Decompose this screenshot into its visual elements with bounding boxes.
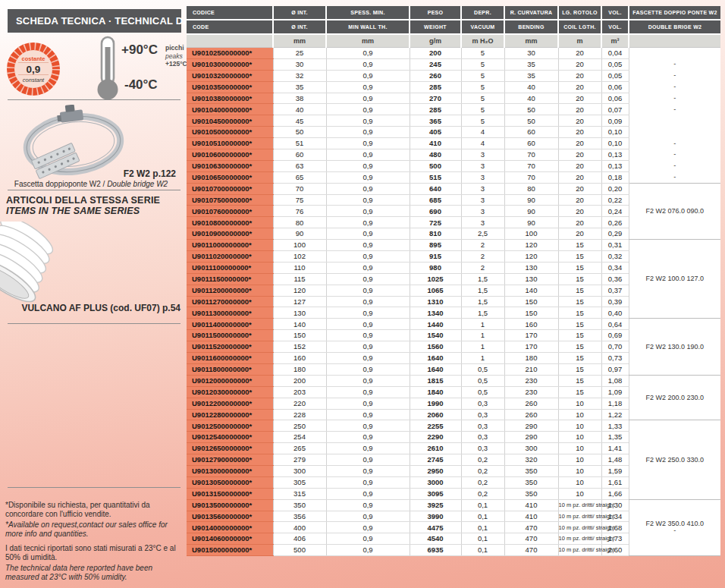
cell-vacuum: 3	[461, 149, 504, 161]
cell-bending: 180	[504, 353, 558, 364]
cell-fascette: -	[629, 58, 720, 70]
cell-code: U9010300000000*	[187, 58, 273, 70]
cell-bending: 150	[504, 307, 558, 319]
cell-bending: 40	[504, 93, 558, 104]
cell-diameter: 40	[273, 104, 326, 115]
cell-weight: 690	[410, 206, 461, 217]
cell-bending: 70	[504, 149, 558, 161]
cell-code: U9010510000000*	[187, 138, 273, 149]
cell-bending: 90	[504, 217, 558, 228]
cell-volume: 0,07	[601, 104, 629, 115]
cell-volume: 0,10	[601, 127, 629, 138]
cell-weight: 4540	[410, 533, 461, 545]
cell-bending: 90	[504, 206, 558, 217]
cell-vacuum: 0,3	[461, 398, 504, 409]
cell-bending: 40	[504, 81, 558, 93]
cell-code: U9012200000000*	[187, 398, 273, 409]
cell-bending: 70	[504, 160, 558, 171]
cell-volume: 0,18	[601, 171, 629, 183]
cell-coil-length: 15	[558, 330, 601, 341]
temp-peaks: picchi peaks +125°C	[165, 44, 187, 68]
cell-fascette-group: F2 W2 350.0 410.0-	[629, 499, 720, 555]
cell-weight: 1815	[410, 375, 461, 386]
cell-weight: 915	[410, 251, 461, 263]
cell-weight: 3000	[410, 476, 461, 488]
cell-weight: 1025	[410, 273, 461, 285]
cell-coil-length: 15	[558, 307, 601, 319]
col-min-wall-unit: mm	[326, 34, 410, 48]
cell-diameter: 265	[273, 443, 326, 454]
cell-code: U9013560000000*	[187, 511, 273, 522]
cell-diameter: 279	[273, 454, 326, 466]
cell-min-wall: 0,9	[326, 454, 410, 466]
col-weight-it: PESO	[410, 6, 461, 20]
cell-weight: 4475	[410, 522, 461, 533]
cell-diameter: 140	[273, 319, 326, 330]
clamp-image	[17, 105, 130, 181]
cell-bending: 290	[504, 432, 558, 443]
cell-weight: 365	[410, 115, 461, 127]
cell-coil-length: 15	[558, 386, 601, 398]
cell-diameter: 120	[273, 285, 326, 296]
cell-diameter: 250	[273, 420, 326, 432]
cell-min-wall: 0,9	[326, 58, 410, 70]
cell-weight: 3095	[410, 488, 461, 499]
cell-weight: 285	[410, 81, 461, 93]
cell-volume: 1,41	[601, 443, 629, 454]
cell-bending: 50	[504, 104, 558, 115]
col-weight-en: WEIGHT	[410, 20, 461, 34]
cell-volume: 1,35	[601, 432, 629, 443]
cell-vacuum: 5	[461, 81, 504, 93]
cell-volume: 0,36	[601, 273, 629, 285]
clamp-caption: Fascetta doppioponte W2 / Double bridge …	[0, 180, 182, 188]
cell-coil-length: 10	[558, 476, 601, 488]
cell-fascette-group: F2 W2 076.0 090.0	[629, 183, 720, 239]
cell-code: U9011400000000*	[187, 319, 273, 330]
cell-diameter: 30	[273, 58, 326, 70]
col-bending-it: R. CURVATURA	[504, 6, 558, 20]
cell-diameter: 500	[273, 545, 326, 556]
series-title-it: ARTICOLI DELLA STESSA SERIE	[6, 195, 160, 206]
cell-min-wall: 0,9	[326, 330, 410, 341]
cell-code: U9012000000000*	[187, 375, 273, 386]
cell-volume: 0,26	[601, 217, 629, 228]
cell-min-wall: 0,9	[326, 138, 410, 149]
cell-volume: 0,34	[601, 262, 629, 273]
cell-diameter: 70	[273, 183, 326, 194]
cell-vacuum: 1,5	[461, 296, 504, 307]
cell-code: U9012280000000*	[187, 409, 273, 420]
cell-coil-length: 10 m pz. dritti/ straight	[558, 499, 601, 511]
cell-diameter: 51	[273, 138, 326, 149]
cell-vacuum: 0,5	[461, 386, 504, 398]
cell-code: U9013050000000*	[187, 476, 273, 488]
cell-vacuum: 3	[461, 183, 504, 194]
cell-coil-length: 10	[558, 432, 601, 443]
table-row: U9010600000000*600,9480370200,13-	[187, 149, 720, 161]
cell-code: U9011150000000*	[187, 273, 273, 285]
temp-min: -40°C	[124, 77, 158, 93]
cell-vacuum: 0,5	[461, 375, 504, 386]
cell-volume: 0,04	[601, 48, 629, 59]
cell-diameter: 102	[273, 251, 326, 263]
cell-coil-length: 20	[558, 48, 601, 59]
cell-diameter: 60	[273, 149, 326, 161]
cell-diameter: 400	[273, 522, 326, 533]
cell-bending: 170	[504, 341, 558, 353]
cell-weight: 3990	[410, 511, 461, 522]
cell-bending: 35	[504, 58, 558, 70]
cell-bending: 35	[504, 70, 558, 81]
cell-coil-length: 15	[558, 353, 601, 364]
cell-vacuum: 0,1	[461, 522, 504, 533]
cell-bending: 130	[504, 262, 558, 273]
table-header: CODICEØ INT.SPESS. MIN.PESODEPR.R. CURVA…	[187, 6, 720, 48]
cell-coil-length: 10	[558, 398, 601, 409]
cell-volume: 0,97	[601, 363, 629, 375]
cell-bending: 140	[504, 285, 558, 296]
temperature-range: +90°C picchi peaks +125°C -40°C	[93, 35, 185, 103]
cell-coil-length: 20	[558, 160, 601, 171]
cell-weight: 6935	[410, 545, 461, 556]
temp-max: +90°C	[121, 42, 158, 58]
cell-volume: 1,48	[601, 454, 629, 466]
cell-coil-length: 10 m pz. dritti/ straight	[558, 522, 601, 533]
cell-vacuum: 0,3	[461, 443, 504, 454]
